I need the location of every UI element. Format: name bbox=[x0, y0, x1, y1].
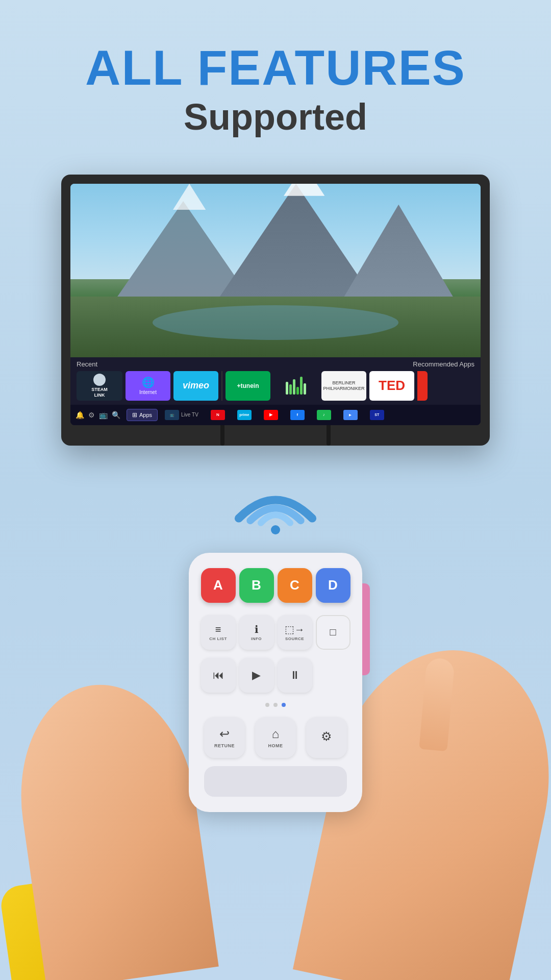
svg-point-0 bbox=[271, 525, 280, 534]
tv-nav-spotify[interactable]: ♪ bbox=[312, 408, 336, 422]
tv-app-steam[interactable]: STEAMLINK bbox=[77, 371, 122, 401]
page-dots bbox=[199, 703, 352, 707]
page-title-main: ALL FEATURES bbox=[85, 41, 466, 95]
tv-nav-youtube[interactable]: ▶ bbox=[259, 408, 283, 422]
tv-nav-netflix[interactable]: N bbox=[206, 408, 230, 422]
tv-nav-prime[interactable]: prime bbox=[232, 408, 257, 422]
tv-app-internet[interactable]: 🌐 Internet bbox=[126, 371, 170, 401]
rewind-button[interactable]: ⏮ bbox=[201, 658, 236, 693]
tv-app-partial bbox=[417, 371, 428, 401]
tv-nav-apps[interactable]: ⊞ Apps bbox=[127, 409, 158, 421]
header-section: ALL FEATURES Supported bbox=[85, 0, 466, 159]
tv-nav-facebook[interactable]: f bbox=[285, 408, 310, 422]
tv-nav-bar: 🔔 ⚙ 📺 🔍 ⊞ Apps 📺 L bbox=[70, 405, 481, 425]
tv-leg-right bbox=[327, 425, 331, 446]
page-title-sub: Supported bbox=[85, 95, 466, 139]
color-buttons-row: A B C D bbox=[199, 568, 352, 603]
search-icon: 🔍 bbox=[112, 411, 120, 419]
tv-nav-livetv[interactable]: 📺 Live TV bbox=[160, 408, 204, 422]
button-b[interactable]: B bbox=[239, 568, 274, 603]
tv-container: Recent Recommended Apps STEAMLINK 🌐 Inte… bbox=[61, 175, 490, 446]
left-hand bbox=[26, 684, 199, 980]
bell-icon: 🔔 bbox=[76, 411, 84, 419]
tv-app-berliner[interactable]: BERLINERPHILHARMONIKER bbox=[321, 371, 366, 401]
button-c[interactable]: C bbox=[278, 568, 312, 603]
tv-app-tunein[interactable]: +tunein bbox=[226, 371, 270, 401]
wifi-icon bbox=[230, 476, 321, 537]
tv-landscape-image bbox=[70, 184, 481, 357]
remote-section: A B C D ≡ CH LIST ℹ INFO ⬚→ SOURCE bbox=[0, 543, 551, 980]
playback-buttons-row: ⏮ ▶ ⏸ bbox=[199, 658, 352, 693]
home-button[interactable]: ⌂ HOME bbox=[255, 717, 296, 758]
tv-nav-icons: 🔔 ⚙ 📺 🔍 bbox=[76, 411, 120, 419]
empty-button: □ bbox=[316, 615, 350, 650]
settings-icon: ⚙ bbox=[88, 411, 95, 419]
recommended-label: Recommended Apps bbox=[413, 360, 474, 368]
remote-side-accent bbox=[362, 583, 370, 675]
steam-icon bbox=[93, 374, 106, 386]
remote-body: A B C D ≡ CH LIST ℹ INFO ⬚→ SOURCE bbox=[189, 553, 362, 812]
button-a[interactable]: A bbox=[201, 568, 236, 603]
tv-apps-section: Recent Recommended Apps STEAMLINK 🌐 Inte… bbox=[70, 357, 481, 405]
apps-divider bbox=[221, 371, 222, 401]
ch-list-button[interactable]: ≡ CH LIST bbox=[201, 615, 236, 650]
dpad-area[interactable] bbox=[204, 766, 347, 797]
dot-1 bbox=[265, 703, 269, 707]
display-icon: 📺 bbox=[99, 411, 108, 419]
tv-nav-google[interactable]: ▶ bbox=[338, 408, 363, 422]
tv-apps-row: STEAMLINK 🌐 Internet vimeo bbox=[77, 371, 474, 401]
tv-app-deezer[interactable] bbox=[273, 371, 318, 401]
wifi-section bbox=[230, 476, 321, 537]
tv-app-vimeo[interactable]: vimeo bbox=[173, 371, 218, 401]
internet-globe-icon: 🌐 bbox=[142, 376, 155, 388]
tv-nav-smartthings[interactable]: ST bbox=[365, 408, 389, 422]
recent-label: Recent bbox=[77, 360, 97, 368]
pause-button[interactable]: ⏸ bbox=[278, 658, 312, 693]
water-reflection bbox=[153, 305, 398, 340]
info-button[interactable]: ℹ INFO bbox=[239, 615, 274, 650]
settings-remote-button[interactable]: ⚙ bbox=[306, 717, 347, 758]
retune-button[interactable]: ↩ RETUNE bbox=[204, 717, 245, 758]
bottom-nav-row: ↩ RETUNE ⌂ HOME ⚙ bbox=[199, 717, 352, 758]
tv-leg-left bbox=[220, 425, 224, 446]
source-button[interactable]: ⬚→ SOURCE bbox=[278, 615, 312, 650]
tv-body: Recent Recommended Apps STEAMLINK 🌐 Inte… bbox=[61, 175, 490, 446]
dot-3-active bbox=[282, 703, 286, 707]
tv-screen: Recent Recommended Apps STEAMLINK 🌐 Inte… bbox=[70, 184, 481, 425]
tv-app-ted[interactable]: TED bbox=[369, 371, 414, 401]
function-buttons-row: ≡ CH LIST ℹ INFO ⬚→ SOURCE □ bbox=[199, 615, 352, 650]
play-button[interactable]: ▶ bbox=[239, 658, 274, 693]
tv-apps-labels: Recent Recommended Apps bbox=[77, 360, 474, 368]
button-d[interactable]: D bbox=[316, 568, 350, 603]
page-container: ALL FEATURES Supported bbox=[0, 0, 551, 980]
tv-stand bbox=[70, 425, 481, 446]
dot-2 bbox=[273, 703, 278, 707]
wifi-svg bbox=[230, 474, 321, 540]
